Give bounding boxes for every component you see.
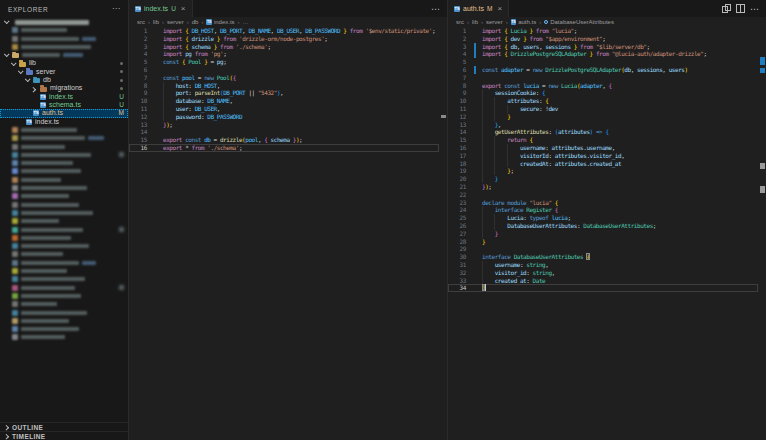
code-line[interactable]: 7const pool = new Pool({ [129, 74, 447, 82]
code-line[interactable]: 12 password: DB_PASSWORD [129, 113, 447, 121]
code-line[interactable]: 11 user: DB_USER, [129, 105, 447, 113]
code-line[interactable]: 18 createdAt: attributes.created_at [448, 160, 766, 168]
code-line[interactable]: 8 host: DB_HOST, [129, 82, 447, 90]
breadcrumb-item[interactable]: server [167, 19, 184, 25]
tree-item-redacted[interactable] [0, 225, 128, 233]
tree-item-redacted[interactable] [0, 43, 128, 51]
code-line[interactable]: 10 database: DB_NAME, [129, 97, 447, 105]
close-icon[interactable]: × [497, 5, 502, 12]
code-line[interactable]: 7 [448, 74, 766, 82]
tree-item-redacted[interactable] [0, 292, 128, 300]
tree-item-redacted[interactable] [0, 18, 128, 26]
more-actions-icon[interactable]: ⋯ [431, 6, 440, 12]
breadcrumb-item[interactable]: db [192, 19, 199, 25]
code-line[interactable]: 14 [129, 128, 447, 136]
code-line[interactable]: 16 username: attributes.username, [448, 144, 766, 152]
tree-item-schema.ts[interactable]: TSschema.tsU [0, 101, 128, 109]
tree-item-redacted[interactable] [0, 284, 128, 292]
code-line[interactable]: 32 visitor_id: string, [448, 269, 766, 277]
tree-item-redacted[interactable] [0, 134, 128, 142]
code-line[interactable]: 1import { DB_HOST, DB_PORT, DB_NAME, DB_… [129, 27, 447, 35]
code-line[interactable]: 4import pg from 'pg'; [129, 50, 447, 58]
breadcrumb-item[interactable]: DatabaseUserAttributes [544, 19, 614, 25]
code-line[interactable]: 5 [448, 58, 766, 66]
code-line[interactable]: 33 created_at: Date [448, 277, 766, 285]
code-line[interactable]: 19 }; [448, 167, 766, 175]
tree-item-redacted[interactable] [0, 126, 128, 134]
tree-item-redacted[interactable] [0, 35, 128, 43]
tree-item-redacted[interactable] [0, 242, 128, 250]
code-line[interactable]: 13 }, [448, 121, 766, 129]
code-line[interactable]: 17 visitorId: attributes.visitor_id, [448, 152, 766, 160]
code-line[interactable]: 10 attributes: { [448, 97, 766, 105]
breadcrumb-item[interactable]: TSauth.ts [511, 19, 537, 25]
code-line[interactable]: 3import { schema } from './schema'; [129, 43, 447, 51]
tree-item-redacted[interactable] [0, 333, 128, 341]
tree-item-redacted[interactable] [0, 267, 128, 275]
code-line[interactable]: 16export * from './schema'; [129, 144, 447, 152]
breadcrumb-item[interactable]: server [486, 19, 503, 25]
tree-item-redacted[interactable] [0, 151, 128, 159]
code-line[interactable]: 2import { dev } from "$app/environment"; [448, 35, 766, 43]
code-line[interactable]: 3import { db, users, sessions } from "$l… [448, 43, 766, 51]
code-line[interactable]: 6const adapter = new DrizzlePostgreSQLAd… [448, 66, 766, 74]
open-changes-icon[interactable] [722, 4, 731, 13]
code-line[interactable]: 28} [448, 238, 766, 246]
code-line[interactable]: 13}); [129, 121, 447, 129]
tree-item-redacted[interactable] [0, 259, 128, 267]
tree-item-redacted[interactable] [0, 250, 128, 258]
tree-item-index.ts[interactable]: TSindex.tsU [0, 93, 128, 101]
tree-item-db[interactable]: db [0, 76, 128, 84]
tree-item-redacted[interactable] [0, 184, 128, 192]
tree-item-auth.ts[interactable]: TSauth.tsM [0, 109, 128, 117]
breadcrumb-item[interactable]: src [137, 19, 145, 25]
code-line[interactable]: 22 [448, 191, 766, 199]
code-line[interactable]: 2import { drizzle } from 'drizzle-orm/no… [129, 35, 447, 43]
tree-item-redacted[interactable] [0, 217, 128, 225]
breadcrumb-item[interactable]: lib [472, 19, 478, 25]
breadcrumb-item[interactable]: … [243, 19, 249, 25]
tree-item-redacted[interactable] [0, 317, 128, 325]
tree-item-redacted[interactable] [0, 192, 128, 200]
split-editor-icon[interactable] [736, 4, 745, 13]
code-line[interactable]: 5const { Pool } = pg; [129, 58, 447, 66]
code-line[interactable]: 34} [448, 284, 766, 292]
code-line[interactable]: 1import { Lucia } from "lucia"; [448, 27, 766, 35]
tree-item-redacted[interactable] [0, 159, 128, 167]
code-line[interactable]: 20 } [448, 175, 766, 183]
code-line[interactable]: 21}); [448, 183, 766, 191]
code-line[interactable]: 27 } [448, 230, 766, 238]
tree-item-migrations[interactable]: migrations [0, 84, 128, 92]
tree-item-redacted[interactable] [0, 201, 128, 209]
tree-item-redacted[interactable] [0, 308, 128, 316]
code-line[interactable]: 30interface DatabaseUserAttributes { [448, 253, 766, 261]
tab-index-ts[interactable]: TS index.ts U × [129, 0, 193, 17]
code-editor[interactable]: 1import { DB_HOST, DB_PORT, DB_NAME, DB_… [129, 27, 447, 440]
breadcrumb-item[interactable]: TSindex.ts [206, 19, 234, 25]
close-icon[interactable]: × [181, 5, 186, 12]
code-line[interactable]: 25 Lucia: typeof lucia; [448, 214, 766, 222]
code-line[interactable]: 26 DatabaseUserAttributes: DatabaseUserA… [448, 222, 766, 230]
code-line[interactable]: 8export const lucia = new Lucia(adapter,… [448, 82, 766, 90]
code-line[interactable]: 15export const db = drizzle(pool, { sche… [129, 136, 447, 144]
code-line[interactable]: 6 [129, 66, 447, 74]
code-line[interactable]: 24 interface Register { [448, 206, 766, 214]
code-line[interactable]: 14 getUserAttributes: (attributes) => { [448, 128, 766, 136]
tree-item-redacted[interactable] [0, 167, 128, 175]
tree-item-server[interactable]: server [0, 68, 128, 76]
code-line[interactable]: 4import { DrizzlePostgreSQLAdapter } fro… [448, 50, 766, 58]
code-line[interactable]: 9 sessionCookie: { [448, 89, 766, 97]
breadcrumb-item[interactable]: lib [153, 19, 159, 25]
tree-item-redacted[interactable] [0, 26, 128, 34]
tree-item-redacted[interactable] [0, 275, 128, 283]
tree-item-redacted[interactable] [0, 325, 128, 333]
tree-item-index.ts[interactable]: TSindex.ts [0, 118, 128, 126]
code-editor[interactable]: 1import { Lucia } from "lucia";2import {… [448, 27, 766, 440]
sidebar-section-outline[interactable]: OUTLINE [0, 422, 128, 431]
more-actions-icon[interactable]: ⋯ [750, 6, 759, 12]
code-line[interactable]: 15 return { [448, 136, 766, 144]
tree-item-redacted[interactable] [0, 300, 128, 308]
code-line[interactable]: 29 [448, 245, 766, 253]
tree-item-redacted[interactable] [0, 142, 128, 150]
tab-auth-ts[interactable]: TS auth.ts M × [448, 0, 509, 17]
